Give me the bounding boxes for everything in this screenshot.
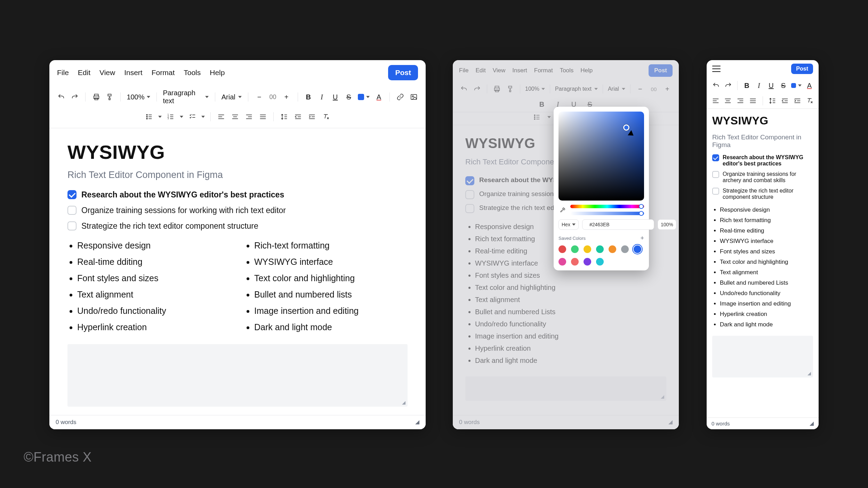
strikethrough-icon[interactable]: S: [779, 81, 788, 90]
font-size-stepper[interactable]: − 00 +: [635, 84, 672, 94]
embed-placeholder[interactable]: [67, 344, 408, 407]
menu-insert[interactable]: Insert: [124, 68, 143, 77]
font-size-value[interactable]: 00: [268, 93, 278, 101]
indent-increase-icon[interactable]: [793, 96, 802, 106]
redo-icon[interactable]: [724, 81, 732, 90]
check-item-label[interactable]: Research about the WYSIWYG editor's best…: [81, 190, 284, 200]
menu-edit[interactable]: Edit: [78, 68, 90, 77]
resize-handle-icon[interactable]: [668, 420, 673, 424]
color-swatch[interactable]: [571, 258, 579, 266]
clear-format-icon[interactable]: [321, 112, 331, 122]
menu-edit[interactable]: Edit: [475, 67, 485, 74]
list-item[interactable]: Hyperlink creation: [475, 344, 666, 352]
align-center-icon[interactable]: [230, 112, 240, 122]
paint-format-icon[interactable]: [505, 84, 515, 94]
doc-subtitle[interactable]: Rich Text Editor Component in Figma: [67, 170, 408, 180]
bullet-list[interactable]: Responsive designRich text formattingRea…: [712, 206, 813, 328]
post-button[interactable]: Post: [649, 64, 673, 77]
font-size-value[interactable]: 00: [649, 86, 659, 92]
align-left-icon[interactable]: [216, 112, 226, 122]
menu-tools[interactable]: Tools: [184, 68, 201, 77]
list-item[interactable]: Font styles and sizes: [720, 248, 813, 255]
menu-format[interactable]: Format: [534, 67, 553, 74]
list-item[interactable]: Image insertion and editing: [475, 332, 666, 340]
list-item[interactable]: Hyperlink creation: [720, 311, 813, 318]
bold-icon[interactable]: B: [304, 92, 313, 102]
menu-view[interactable]: View: [493, 67, 506, 74]
check-item-label[interactable]: Organize training sessions for archery a…: [723, 171, 813, 184]
list-item[interactable]: Responsive design: [77, 241, 231, 251]
paragraph-style-select[interactable]: Paragraph text: [555, 86, 598, 92]
checkbox[interactable]: [712, 154, 719, 161]
embed-placeholder[interactable]: [465, 376, 666, 401]
list-item[interactable]: Dark and light mode: [475, 357, 666, 365]
hue-slider[interactable]: [570, 205, 644, 208]
decrease-size-icon[interactable]: −: [635, 84, 645, 94]
align-right-icon[interactable]: [736, 96, 745, 106]
list-item[interactable]: Image insertion and editing: [254, 306, 408, 316]
menu-format[interactable]: Format: [152, 68, 175, 77]
list-item[interactable]: Text color and highlighting: [720, 259, 813, 266]
list-item[interactable]: Real-time dditing: [77, 257, 231, 267]
bold-icon[interactable]: B: [537, 99, 547, 109]
bullet-list-left[interactable]: Responsive designReal-time dditingFont s…: [67, 241, 231, 332]
menu-file[interactable]: File: [459, 67, 468, 74]
menu-help[interactable]: Help: [210, 68, 225, 77]
menu-insert[interactable]: Insert: [512, 67, 527, 74]
link-icon[interactable]: [396, 92, 405, 102]
text-color-letter-icon[interactable]: A: [805, 81, 814, 90]
color-swatch[interactable]: [584, 258, 591, 266]
checkbox[interactable]: [712, 171, 719, 178]
text-color-picker[interactable]: [358, 94, 370, 100]
check-item-label[interactable]: Strategize the rich text edito: [479, 204, 561, 212]
list-item[interactable]: Image insertion and editing: [720, 300, 813, 307]
check-item-label[interactable]: Strategize the rich text editor componen…: [723, 188, 813, 200]
alpha-slider[interactable]: [570, 212, 644, 215]
bullet-list-right[interactable]: Rich-text formattingWYSIWYG interfaceTex…: [244, 241, 408, 332]
check-item-label[interactable]: Strategize the rich text editor componen…: [81, 221, 258, 231]
checkbox[interactable]: [465, 204, 474, 213]
sv-handle[interactable]: [623, 124, 629, 131]
undo-icon[interactable]: [459, 84, 469, 94]
redo-icon[interactable]: [472, 84, 482, 94]
check-item-label[interactable]: Research about the WYSIW: [479, 176, 565, 184]
bullet-list-icon[interactable]: [532, 112, 542, 122]
bullet-list-caret-icon[interactable]: [547, 116, 551, 118]
checkbox[interactable]: [67, 190, 77, 199]
list-item[interactable]: Dark and light mode: [254, 322, 408, 332]
eyedropper-icon[interactable]: [558, 206, 567, 214]
color-swatch[interactable]: [621, 245, 629, 253]
paint-format-icon[interactable]: [105, 92, 114, 102]
indent-increase-icon[interactable]: [307, 112, 317, 122]
color-swatch[interactable]: [634, 245, 641, 253]
list-item[interactable]: Bullet and numbered lists: [254, 290, 408, 300]
align-right-icon[interactable]: [244, 112, 254, 122]
list-item[interactable]: Text alignment: [720, 269, 813, 276]
checklist-caret-icon[interactable]: [201, 116, 205, 118]
color-swatch[interactable]: [609, 245, 616, 253]
list-item[interactable]: Text color and highlighting: [475, 284, 666, 292]
align-left-icon[interactable]: [712, 96, 720, 106]
list-item[interactable]: Dark and light mode: [720, 321, 813, 328]
color-swatch[interactable]: [596, 258, 604, 266]
list-item[interactable]: Undo/redo functionality: [720, 290, 813, 297]
bullet-list-caret-icon[interactable]: [158, 116, 162, 118]
zoom-select[interactable]: 100%: [127, 93, 150, 101]
indent-decrease-icon[interactable]: [781, 96, 789, 106]
list-item[interactable]: WYSIWYG interface: [254, 257, 408, 267]
list-item[interactable]: Rich-text formatting: [254, 241, 408, 251]
image-icon[interactable]: [409, 92, 418, 102]
underline-icon[interactable]: U: [767, 81, 775, 90]
numbered-list-caret-icon[interactable]: [180, 116, 183, 118]
align-justify-icon[interactable]: [749, 96, 757, 106]
color-swatch[interactable]: [584, 245, 591, 253]
list-item[interactable]: Text alignment: [475, 296, 666, 304]
undo-icon[interactable]: [57, 92, 66, 102]
post-button[interactable]: Post: [388, 65, 418, 80]
saturation-value-field[interactable]: [558, 112, 644, 201]
clear-format-icon[interactable]: [805, 96, 814, 106]
opacity-input[interactable]: [658, 219, 676, 230]
bullet-list-icon[interactable]: [144, 112, 154, 122]
paragraph-style-select[interactable]: Paragraph text: [163, 89, 208, 105]
italic-icon[interactable]: I: [318, 92, 326, 102]
